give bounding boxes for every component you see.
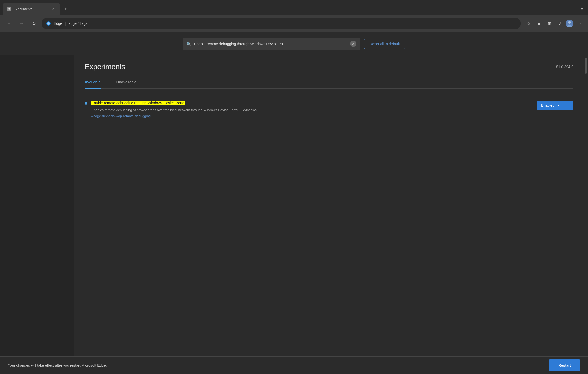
search-area: 🔍 ✕ Reset all to default xyxy=(0,32,588,55)
refresh-button[interactable]: ↻ xyxy=(29,19,39,28)
back-button[interactable]: ← xyxy=(4,19,14,28)
enabled-label: Enabled xyxy=(541,103,554,107)
minimize-button[interactable]: ─ xyxy=(552,5,564,13)
tab-title: Experiments xyxy=(14,7,49,11)
page-content: Experiments 81.0.394.0 Available Unavail… xyxy=(74,55,584,356)
menu-icon[interactable]: ··· xyxy=(574,19,584,28)
title-bar: ⚗ Experiments ✕ + ─ □ ✕ xyxy=(0,0,588,15)
experiment-dot-icon xyxy=(85,102,87,105)
edge-logo-icon xyxy=(46,21,51,26)
experiment-title: Enable remote debugging through Windows … xyxy=(91,101,185,105)
favorites-icon[interactable]: ☆ xyxy=(524,19,533,28)
dropdown-arrow-icon: ▾ xyxy=(558,104,559,107)
collections-icon[interactable]: ★ xyxy=(534,19,544,28)
search-clear-button[interactable]: ✕ xyxy=(350,41,356,47)
url-separator: | xyxy=(65,21,66,26)
tab-favicon-icon: ⚗ xyxy=(7,7,11,11)
search-input[interactable] xyxy=(194,42,347,46)
address-bar: ← → ↻ Edge | edge://flags ☆ ★ ⊞ ↗ ··· xyxy=(0,15,588,32)
search-box: 🔍 ✕ xyxy=(183,38,360,50)
experiment-description: Enables remote debugging of browser tabs… xyxy=(91,107,533,113)
experiment-control[interactable]: Enabled ▾ xyxy=(537,101,573,110)
enabled-dropdown[interactable]: Enabled ▾ xyxy=(537,101,573,110)
url-text: edge://flags xyxy=(69,21,87,26)
url-bar[interactable]: Edge | edge://flags xyxy=(42,18,521,29)
scrollbar[interactable] xyxy=(584,55,588,356)
page-header: Experiments 81.0.394.0 xyxy=(85,55,573,76)
search-icon: 🔍 xyxy=(186,41,192,46)
version-text: 81.0.394.0 xyxy=(556,65,573,69)
experiment-link[interactable]: #edge-devtools-wdp-remote-debugging xyxy=(91,114,533,118)
sidebar xyxy=(0,55,74,356)
restart-button[interactable]: Restart xyxy=(549,359,580,371)
bottom-bar: Your changes will take effect after you … xyxy=(0,356,588,374)
forward-button[interactable]: → xyxy=(17,19,26,28)
scrollbar-thumb[interactable] xyxy=(585,58,587,74)
svg-point-1 xyxy=(568,21,571,24)
wallet-icon[interactable]: ⊞ xyxy=(545,19,554,28)
main-content: Experiments 81.0.394.0 Available Unavail… xyxy=(0,55,588,356)
maximize-button[interactable]: □ xyxy=(564,5,576,13)
tab-close-button[interactable]: ✕ xyxy=(51,7,56,11)
restart-message: Your changes will take effect after you … xyxy=(8,363,107,367)
toolbar-icons: ☆ ★ ⊞ ↗ ··· xyxy=(524,19,584,28)
browser-name-label: Edge xyxy=(54,21,62,26)
experiment-item: Enable remote debugging through Windows … xyxy=(85,96,573,122)
window-controls: ─ □ ✕ xyxy=(552,3,588,15)
reset-all-button[interactable]: Reset all to default xyxy=(364,39,405,49)
page-title: Experiments xyxy=(85,63,125,71)
tab-available[interactable]: Available xyxy=(85,76,101,89)
tab-area: ⚗ Experiments ✕ + xyxy=(0,0,70,15)
experiments-tab[interactable]: ⚗ Experiments ✕ xyxy=(3,3,60,15)
new-tab-button[interactable]: + xyxy=(61,4,70,14)
experiment-info: Enable remote debugging through Windows … xyxy=(91,101,533,118)
share-icon[interactable]: ↗ xyxy=(555,19,565,28)
profile-avatar[interactable] xyxy=(566,20,573,27)
tab-unavailable[interactable]: Unavailable xyxy=(116,76,137,89)
close-button[interactable]: ✕ xyxy=(576,5,588,13)
content-tabs: Available Unavailable xyxy=(85,76,573,89)
